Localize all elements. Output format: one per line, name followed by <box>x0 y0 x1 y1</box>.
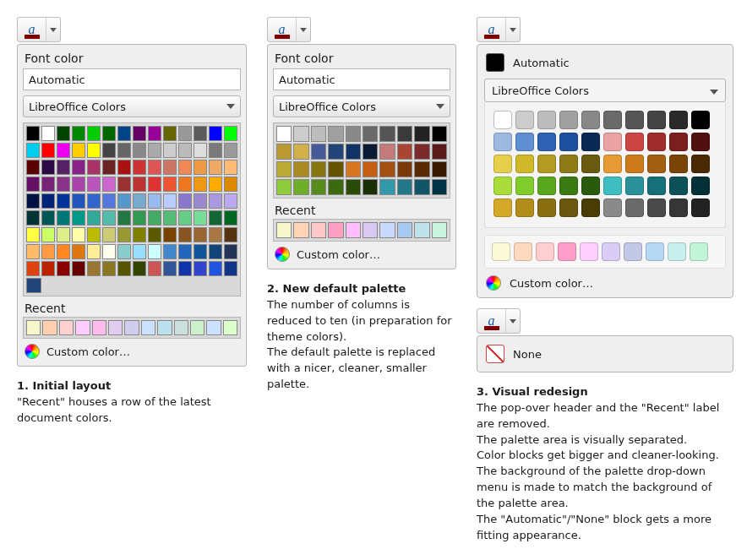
color-swatch[interactable] <box>328 144 343 160</box>
font-color-button-main[interactable]: a <box>268 18 297 41</box>
color-swatch[interactable] <box>41 261 55 276</box>
color-swatch[interactable] <box>87 193 101 209</box>
color-swatch[interactable] <box>224 193 237 209</box>
color-swatch[interactable] <box>41 177 55 192</box>
color-swatch[interactable] <box>209 126 222 141</box>
color-swatch[interactable] <box>293 222 308 238</box>
color-swatch[interactable] <box>414 144 429 160</box>
color-swatch[interactable] <box>148 177 161 192</box>
color-swatch[interactable] <box>194 126 207 141</box>
custom-color-button[interactable]: Custom color… <box>23 339 241 359</box>
color-swatch[interactable] <box>41 143 55 158</box>
color-swatch[interactable] <box>668 242 686 261</box>
color-swatch[interactable] <box>87 126 101 141</box>
color-swatch[interactable] <box>148 227 161 242</box>
color-swatch[interactable] <box>26 160 40 175</box>
color-swatch[interactable] <box>117 261 131 276</box>
color-swatch[interactable] <box>26 244 40 259</box>
color-swatch[interactable] <box>75 320 90 335</box>
color-swatch[interactable] <box>26 261 40 276</box>
color-swatch[interactable] <box>647 133 666 151</box>
color-swatch[interactable] <box>102 261 116 276</box>
color-swatch[interactable] <box>537 198 556 217</box>
font-color-button-main[interactable]: a <box>18 18 46 41</box>
color-swatch[interactable] <box>492 242 510 261</box>
color-swatch[interactable] <box>72 193 85 209</box>
color-swatch[interactable] <box>493 155 512 173</box>
color-swatch[interactable] <box>102 143 116 158</box>
color-swatch[interactable] <box>537 155 556 173</box>
color-swatch[interactable] <box>379 161 395 177</box>
color-swatch[interactable] <box>647 155 666 173</box>
color-swatch[interactable] <box>26 320 41 335</box>
color-swatch[interactable] <box>87 210 101 226</box>
color-swatch[interactable] <box>148 126 161 141</box>
color-swatch[interactable] <box>57 210 70 226</box>
color-swatch[interactable] <box>117 227 131 242</box>
color-swatch[interactable] <box>311 161 326 177</box>
color-swatch[interactable] <box>669 111 688 129</box>
color-swatch[interactable] <box>328 126 343 142</box>
color-swatch[interactable] <box>602 242 620 261</box>
color-swatch[interactable] <box>224 143 237 158</box>
font-color-button-main[interactable]: a <box>477 309 506 333</box>
color-swatch[interactable] <box>190 320 204 335</box>
color-swatch[interactable] <box>194 261 207 276</box>
color-swatch[interactable] <box>346 222 361 238</box>
color-swatch[interactable] <box>72 261 85 276</box>
color-swatch[interactable] <box>108 320 123 335</box>
color-swatch[interactable] <box>194 210 207 226</box>
color-swatch[interactable] <box>432 161 447 177</box>
color-swatch[interactable] <box>603 198 622 217</box>
color-swatch[interactable] <box>157 320 172 335</box>
color-swatch[interactable] <box>515 133 534 151</box>
custom-color-button[interactable]: Custom color… <box>484 275 726 291</box>
color-swatch[interactable] <box>57 126 70 141</box>
color-swatch[interactable] <box>26 210 40 226</box>
color-swatch[interactable] <box>536 242 554 261</box>
color-swatch[interactable] <box>87 160 101 175</box>
color-swatch[interactable] <box>493 133 512 151</box>
color-swatch[interactable] <box>57 143 70 158</box>
color-swatch[interactable] <box>194 193 207 209</box>
color-swatch[interactable] <box>102 126 116 141</box>
color-swatch[interactable] <box>163 126 177 141</box>
color-swatch[interactable] <box>603 177 622 195</box>
color-swatch[interactable] <box>41 227 55 242</box>
color-swatch[interactable] <box>311 179 326 195</box>
color-swatch[interactable] <box>603 111 622 129</box>
color-swatch[interactable] <box>194 227 207 242</box>
color-swatch[interactable] <box>117 177 131 192</box>
color-swatch[interactable] <box>432 179 447 195</box>
color-swatch[interactable] <box>163 210 177 226</box>
font-color-split-button[interactable]: a <box>267 17 311 42</box>
color-swatch[interactable] <box>276 126 292 142</box>
color-swatch[interactable] <box>194 143 207 158</box>
palette-select[interactable]: LibreOffice Colors <box>273 95 450 117</box>
color-swatch[interactable] <box>174 320 188 335</box>
color-swatch[interactable] <box>87 143 101 158</box>
color-swatch[interactable] <box>209 227 222 242</box>
color-swatch[interactable] <box>57 193 70 209</box>
color-swatch[interactable] <box>72 210 85 226</box>
font-color-dropdown-arrow[interactable] <box>46 18 60 41</box>
color-swatch[interactable] <box>92 320 106 335</box>
font-color-split-button[interactable]: a <box>17 17 61 42</box>
color-swatch[interactable] <box>647 198 666 217</box>
color-swatch[interactable] <box>178 160 192 175</box>
color-swatch[interactable] <box>580 242 598 261</box>
color-swatch[interactable] <box>224 244 237 259</box>
color-swatch[interactable] <box>559 177 578 195</box>
color-swatch[interactable] <box>379 179 395 195</box>
color-swatch[interactable] <box>163 244 177 259</box>
color-swatch[interactable] <box>276 179 292 195</box>
color-swatch[interactable] <box>432 222 447 238</box>
color-swatch[interactable] <box>224 227 237 242</box>
color-swatch[interactable] <box>72 227 85 242</box>
color-swatch[interactable] <box>691 155 710 173</box>
color-swatch[interactable] <box>57 244 70 259</box>
color-swatch[interactable] <box>133 193 146 209</box>
color-swatch[interactable] <box>346 179 361 195</box>
color-swatch[interactable] <box>224 261 237 276</box>
color-swatch[interactable] <box>669 133 688 151</box>
